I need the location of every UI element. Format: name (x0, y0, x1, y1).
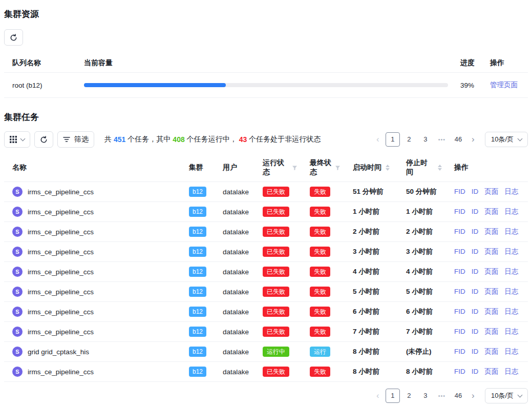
action-link-fid[interactable]: FID (454, 288, 465, 295)
action-link-log[interactable]: 日志 (504, 268, 518, 275)
run-status-badge: 已失败 (263, 287, 289, 297)
run-status-badge: 已失败 (263, 187, 289, 197)
chevron-down-icon (518, 392, 523, 397)
col-start-time-label: 启动时间 (353, 163, 381, 172)
action-link-id[interactable]: ID (472, 288, 479, 295)
summary-text: 共 (104, 135, 112, 144)
col-cluster-label: 集群 (189, 163, 203, 171)
action-link-log[interactable]: 日志 (504, 288, 518, 295)
page-ellipsis[interactable]: ••• (435, 132, 449, 147)
action-link-fid[interactable]: FID (454, 188, 465, 195)
task-table-body: S irms_ce_pipeline_ccs b12 datalake 已失败 … (4, 182, 528, 382)
tasks-toolbar: 筛选 共 451 个任务，其中 408 个任务运行中， 43 个任务处于非运行状… (4, 131, 528, 148)
run-status-badge: 已失败 (263, 247, 289, 257)
page-button-2[interactable]: 2 (402, 132, 416, 147)
action-link-id[interactable]: ID (472, 348, 479, 355)
action-link-page[interactable]: 页面 (484, 368, 498, 375)
avatar-letter: S (15, 329, 19, 335)
action-link-fid[interactable]: FID (454, 308, 465, 315)
action-link-page[interactable]: 页面 (484, 248, 498, 255)
action-link-fid[interactable]: FID (454, 368, 465, 375)
table-row: S grid grid_cptask_his b12 datalake 运行中 … (4, 342, 528, 362)
start-time: 3 小时前 (353, 248, 379, 255)
layout-dropdown-button[interactable] (4, 131, 30, 148)
next-page-button[interactable]: › (467, 132, 479, 147)
final-status-badge: 失败 (310, 227, 330, 237)
start-time: 6 小时前 (353, 308, 379, 315)
page-size-select[interactable]: 10条/页 (485, 388, 528, 403)
final-status-badge: 失败 (310, 307, 330, 317)
filter-button[interactable]: 筛选 (57, 131, 94, 148)
action-link-id[interactable]: ID (472, 188, 479, 195)
action-link-fid[interactable]: FID (454, 228, 465, 235)
page-size-label: 10条/页 (491, 135, 514, 144)
filter-icon[interactable] (335, 165, 341, 171)
action-link-page[interactable]: 页面 (484, 288, 498, 295)
user-label: datalake (223, 228, 249, 236)
action-link-page[interactable]: 页面 (484, 268, 498, 275)
action-link-log[interactable]: 日志 (504, 348, 518, 355)
refresh-icon (40, 136, 48, 144)
action-link-fid[interactable]: FID (454, 348, 465, 355)
table-row: S irms_ce_pipeline_ccs b12 datalake 已失败 … (4, 242, 528, 262)
queue-name: root (b12) (12, 82, 42, 89)
action-link-page[interactable]: 页面 (484, 208, 498, 215)
user-label: datalake (223, 308, 249, 316)
page-ellipsis[interactable]: ••• (435, 389, 449, 403)
start-time: 5 小时前 (353, 288, 379, 295)
action-link-log[interactable]: 日志 (504, 228, 518, 235)
next-page-button[interactable]: › (467, 389, 479, 403)
row-actions: FIDID页面日志 (446, 302, 528, 322)
action-link-page[interactable]: 页面 (484, 328, 498, 335)
action-link-id[interactable]: ID (472, 308, 479, 315)
table-row: S irms_ce_pipeline_ccs b12 datalake 已失败 … (4, 322, 528, 342)
page-button-46[interactable]: 46 (451, 132, 465, 147)
task-name: irms_ce_pipeline_ccs (28, 368, 94, 376)
action-link-id[interactable]: ID (472, 368, 479, 375)
action-link-page[interactable]: 页面 (484, 308, 498, 315)
page-size-select[interactable]: 10条/页 (485, 132, 528, 147)
start-time: 4 小时前 (353, 268, 379, 275)
action-link-id[interactable]: ID (472, 248, 479, 255)
action-link-log[interactable]: 日志 (504, 188, 518, 195)
action-link-id[interactable]: ID (472, 208, 479, 215)
action-link-log[interactable]: 日志 (504, 308, 518, 315)
page-button-3[interactable]: 3 (418, 389, 433, 403)
avatar-letter: S (15, 189, 19, 195)
action-link-fid[interactable]: FID (454, 268, 465, 275)
avatar-letter: S (15, 369, 19, 375)
action-link-fid[interactable]: FID (454, 328, 465, 335)
action-link-id[interactable]: ID (472, 228, 479, 235)
page-button-1[interactable]: 1 (386, 132, 400, 147)
task-name: irms_ce_pipeline_ccs (28, 248, 94, 256)
action-link-log[interactable]: 日志 (504, 208, 518, 215)
page-button-46[interactable]: 46 (451, 389, 465, 403)
action-link-id[interactable]: ID (472, 328, 479, 335)
action-link-log[interactable]: 日志 (504, 248, 518, 255)
page-button-2[interactable]: 2 (402, 389, 416, 403)
action-link-id[interactable]: ID (472, 268, 479, 275)
prev-page-button[interactable]: ‹ (372, 132, 384, 147)
page-button-1[interactable]: 1 (386, 389, 400, 403)
col-actions: 操作 (446, 154, 528, 182)
avatar-letter: S (15, 289, 19, 295)
action-link-fid[interactable]: FID (454, 208, 465, 215)
filter-button-label: 筛选 (74, 135, 89, 144)
col-name-label: 名称 (12, 163, 27, 171)
prev-page-button[interactable]: ‹ (372, 389, 384, 403)
sort-icon[interactable] (438, 165, 442, 171)
action-link-page[interactable]: 页面 (484, 228, 498, 235)
refresh-button[interactable] (4, 29, 23, 46)
action-link-log[interactable]: 日志 (504, 368, 518, 375)
sort-icon[interactable] (386, 165, 390, 171)
cluster-badge: b12 (189, 367, 206, 377)
user-label: datalake (223, 248, 249, 256)
action-link-fid[interactable]: FID (454, 248, 465, 255)
action-link-page[interactable]: 页面 (484, 188, 498, 195)
action-link-page[interactable]: 页面 (484, 348, 498, 355)
manage-page-link[interactable]: 管理页面 (490, 81, 518, 89)
action-link-log[interactable]: 日志 (504, 328, 518, 335)
page-button-3[interactable]: 3 (418, 132, 433, 147)
refresh-button[interactable] (34, 131, 53, 148)
filter-icon[interactable] (292, 165, 297, 171)
